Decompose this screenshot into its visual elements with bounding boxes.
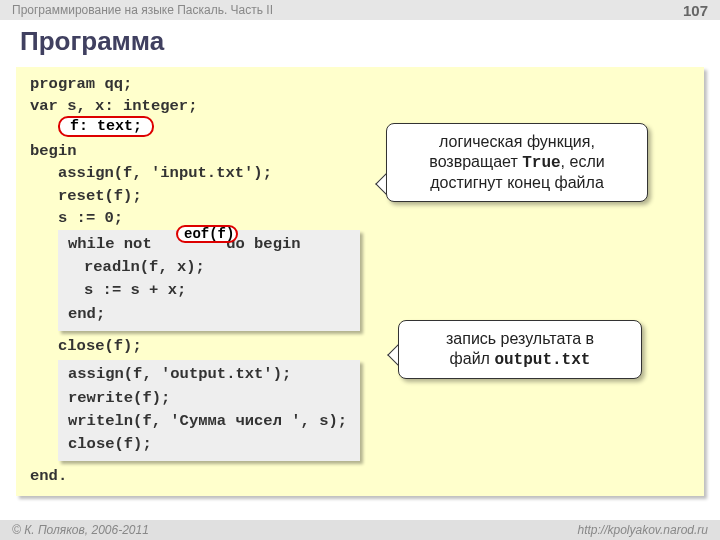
copyright: © К. Поляков, 2006-2011 (12, 523, 149, 537)
page-title: Программа (0, 20, 720, 63)
callout-text: достигнут конец файла (399, 173, 635, 193)
callout-text: возвращает True, если (399, 152, 635, 173)
header: Программирование на языке Паскаль. Часть… (0, 0, 720, 20)
callout-text: файл output.txt (411, 349, 629, 370)
code-line: program qq; (30, 73, 690, 95)
callout-output: запись результата в файл output.txt (398, 320, 642, 379)
page-number: 107 (683, 2, 708, 19)
callout-text: логическая функция, (399, 132, 635, 152)
code-line: rewrite(f); (68, 387, 350, 410)
code-block-output: assign(f, 'output.txt'); rewrite(f); wri… (58, 360, 360, 461)
code-line: writeln(f, 'Сумма чисел ', s); (68, 410, 350, 433)
breadcrumb: Программирование на языке Паскаль. Часть… (12, 3, 273, 17)
callout-eof: логическая функция, возвращает True, есл… (386, 123, 648, 202)
code-line: s := s + x; (68, 279, 350, 302)
footer: © К. Поляков, 2006-2011 http://kpolyakov… (0, 520, 720, 540)
code-line: end; (68, 303, 350, 326)
footer-url: http://kpolyakov.narod.ru (577, 523, 708, 537)
code-line: var s, x: integer; (30, 95, 690, 117)
code-block-loop: eof(f) while not do begin readln(f, x); … (58, 230, 360, 331)
code-line: assign(f, 'output.txt'); (68, 363, 350, 386)
highlight-eof: eof(f) (176, 225, 238, 243)
highlight-file-var: f: text; (58, 116, 154, 137)
code-line: readln(f, x); (68, 256, 350, 279)
code-line: s := 0; (30, 207, 690, 229)
callout-text: запись результата в (411, 329, 629, 349)
code-line: close(f); (68, 433, 350, 456)
code-line: end. (30, 465, 690, 487)
